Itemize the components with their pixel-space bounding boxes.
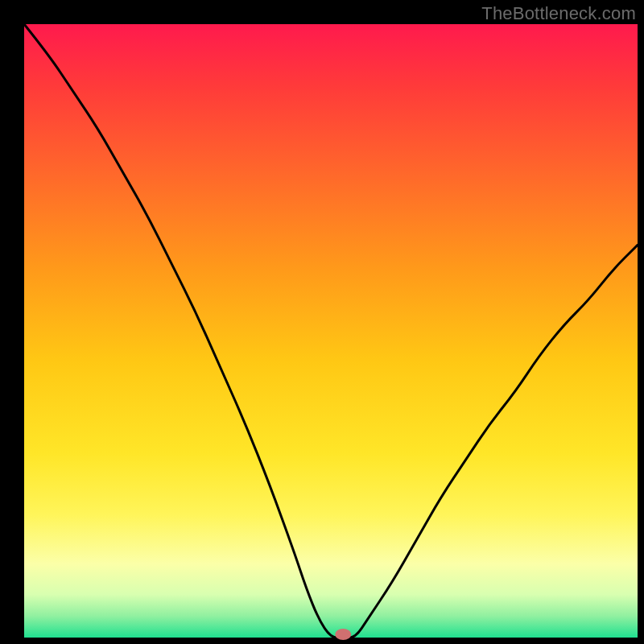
chart-frame: TheBottleneck.com [0,0,644,644]
chart-background [24,24,638,638]
optimal-point-marker [335,629,351,640]
bottleneck-chart [0,0,644,644]
watermark-text: TheBottleneck.com [481,3,636,24]
